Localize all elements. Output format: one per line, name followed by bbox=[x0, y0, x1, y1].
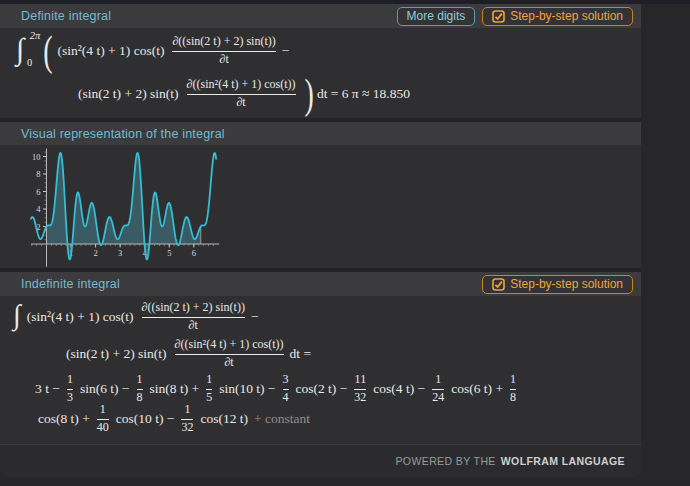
definite-formula-line2: (sin(2 t) + 2) sin(t) ∂((sin²(4 t) + 1) … bbox=[0, 72, 641, 116]
definite-formula-line1: ∫2π0 ( (sin²(4 t) + 1) cos(t) ∂((sin(2 t… bbox=[0, 28, 641, 72]
result-fraction: 140 bbox=[97, 403, 109, 435]
fraction-numerator: ∂((sin²(4 t) + 1) cos(t)) bbox=[175, 338, 284, 352]
visual-representation-header: Visual representation of the integral bbox=[0, 122, 641, 145]
svg-text:3: 3 bbox=[118, 248, 122, 258]
fraction-denominator: ∂t bbox=[224, 356, 233, 370]
result-fraction: 34 bbox=[283, 373, 289, 405]
indefinite-equals: dt = bbox=[290, 346, 312, 362]
integral-lower-limit: 0 bbox=[27, 58, 32, 69]
definite-term1: (sin²(4 t) + 1) cos(t) bbox=[58, 43, 165, 59]
result-term: + constant bbox=[254, 411, 310, 427]
svg-text:4: 4 bbox=[36, 204, 41, 214]
checkbox-checked-icon bbox=[492, 10, 505, 23]
svg-text:5: 5 bbox=[167, 248, 171, 258]
result-term: cos(4 t) − bbox=[373, 381, 425, 397]
result-term: cos(2 t) − bbox=[296, 381, 348, 397]
result-line: cos(8 t) +140cos(10 t) −132cos(12 t)+ co… bbox=[0, 404, 641, 434]
result-term: sin(10 t) − bbox=[219, 381, 275, 397]
pod-title-definite: Definite integral bbox=[21, 9, 111, 23]
indefinite-formula-line2: (sin(2 t) + 2) sin(t) ∂((sin²(4 t) + 1) … bbox=[0, 334, 641, 374]
step-by-step-label: Step-by-step solution bbox=[510, 277, 623, 291]
indefinite-formula-line1: ∫ (sin²(4 t) + 1) cos(t) ∂((sin(2 t) + 2… bbox=[0, 296, 641, 334]
result-term: sin(6 t) − bbox=[80, 381, 130, 397]
minus-sign: − bbox=[251, 309, 259, 325]
result-fraction: 1132 bbox=[354, 373, 366, 405]
indefinite-result: 3 t −13sin(6 t) −18sin(8 t) +15sin(10 t)… bbox=[0, 374, 641, 434]
fraction-denominator: ∂t bbox=[236, 96, 245, 110]
definite-term2: (sin(2 t) + 2) sin(t) bbox=[78, 86, 179, 102]
result-term: sin(8 t) + bbox=[150, 381, 200, 397]
integral-sign: ∫ bbox=[13, 301, 21, 333]
wolfram-result-panel: Definite integral More digits Step-by-st… bbox=[0, 4, 641, 477]
integral-plot-container: 123456246810 bbox=[10, 147, 222, 272]
result-fraction: 15 bbox=[206, 373, 212, 405]
fraction-numerator: ∂((sin(2 t) + 2) sin(t)) bbox=[172, 35, 275, 49]
result-term: cos(10 t) − bbox=[116, 411, 175, 427]
svg-text:2: 2 bbox=[93, 248, 97, 258]
svg-text:10: 10 bbox=[32, 152, 41, 162]
minus-sign: − bbox=[282, 43, 290, 59]
partial-derivative-fraction: ∂((sin²(4 t) + 1) cos(t)) ∂t bbox=[175, 338, 284, 370]
pod-title-visual: Visual representation of the integral bbox=[21, 127, 225, 141]
result-term: cos(6 t) + bbox=[451, 381, 503, 397]
result-term: cos(8 t) + bbox=[38, 411, 90, 427]
result-fraction: 13 bbox=[67, 373, 73, 405]
result-term: cos(12 t) bbox=[200, 411, 248, 427]
wolfram-language-brand: WOLFRAM LANGUAGE bbox=[501, 455, 625, 467]
svg-text:8: 8 bbox=[36, 169, 40, 179]
svg-text:6: 6 bbox=[192, 248, 196, 258]
result-fraction: 18 bbox=[137, 373, 143, 405]
partial-derivative-fraction: ∂((sin(2 t) + 2) sin(t)) ∂t bbox=[172, 35, 275, 67]
step-by-step-label: Step-by-step solution bbox=[510, 9, 623, 23]
step-by-step-button[interactable]: Step-by-step solution bbox=[482, 275, 633, 294]
result-line: 3 t −13sin(6 t) −18sin(8 t) +15sin(10 t)… bbox=[0, 374, 641, 404]
footer-bar: POWERED BY THE WOLFRAM LANGUAGE bbox=[0, 444, 641, 477]
more-digits-button[interactable]: More digits bbox=[397, 7, 476, 26]
partial-derivative-fraction: ∂((sin²(4 t) + 1) cos(t)) ∂t bbox=[187, 78, 296, 110]
definite-integral-header: Definite integral More digits Step-by-st… bbox=[0, 4, 641, 28]
big-close-paren: ) bbox=[305, 73, 314, 115]
fraction-numerator: ∂((sin(2 t) + 2) sin(t)) bbox=[142, 301, 245, 315]
powered-by-text: POWERED BY THE bbox=[395, 455, 495, 467]
more-digits-label: More digits bbox=[407, 9, 466, 23]
definite-integral-body: ∫2π0 ( (sin²(4 t) + 1) cos(t) ∂((sin(2 t… bbox=[0, 28, 641, 118]
partial-derivative-fraction: ∂((sin(2 t) + 2) sin(t)) ∂t bbox=[142, 301, 245, 333]
indefinite-integral-header: Indefinite integral Step-by-step solutio… bbox=[0, 272, 641, 296]
checkbox-checked-icon bbox=[492, 278, 505, 291]
fraction-denominator: ∂t bbox=[189, 319, 198, 333]
result-fraction: 124 bbox=[432, 373, 444, 405]
result-fraction: 18 bbox=[510, 373, 516, 405]
indefinite-integral-body: ∫ (sin²(4 t) + 1) cos(t) ∂((sin(2 t) + 2… bbox=[0, 296, 641, 444]
definite-result-value: dt = 6 π ≈ 18.850 bbox=[317, 86, 410, 102]
svg-text:6: 6 bbox=[36, 187, 40, 197]
pod-title-indefinite: Indefinite integral bbox=[21, 277, 120, 291]
indefinite-term1: (sin²(4 t) + 1) cos(t) bbox=[27, 309, 134, 325]
visual-representation-body: 123456246810 bbox=[0, 145, 641, 268]
result-fraction: 132 bbox=[181, 403, 193, 435]
integral-plot: 123456246810 bbox=[10, 147, 222, 268]
integral-sign: ∫2π0 bbox=[14, 32, 40, 70]
indefinite-term2: (sin(2 t) + 2) sin(t) bbox=[66, 346, 167, 362]
integral-upper-limit: 2π bbox=[30, 31, 41, 42]
step-by-step-button[interactable]: Step-by-step solution bbox=[482, 7, 633, 26]
result-term: 3 t − bbox=[35, 381, 60, 397]
big-open-paren: ( bbox=[43, 30, 52, 72]
fraction-denominator: ∂t bbox=[219, 53, 228, 67]
fraction-numerator: ∂((sin²(4 t) + 1) cos(t)) bbox=[187, 78, 296, 92]
